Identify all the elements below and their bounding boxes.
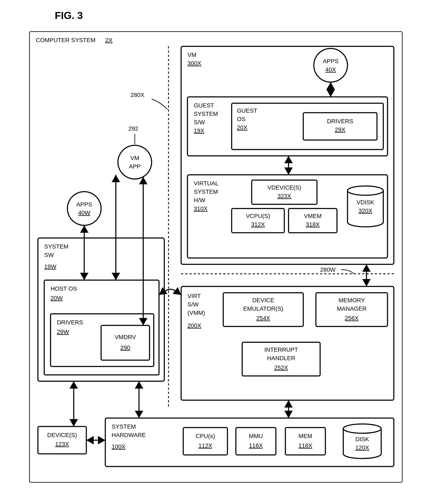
callout-280w: 280W bbox=[320, 266, 336, 273]
vmem-ref: 318X bbox=[306, 221, 320, 228]
inthand-l1: INTERRUPT bbox=[264, 346, 298, 353]
apps-40w-label: APPS bbox=[76, 201, 92, 208]
syssw-l2: SW bbox=[44, 252, 54, 258]
guest-system-l2: SYSTEM bbox=[194, 111, 218, 117]
syshw-l2: HARDWARE bbox=[112, 432, 146, 438]
cpus-label: CPU(s) bbox=[196, 433, 215, 439]
vmem-box bbox=[289, 208, 337, 233]
drivers29w-ref: 29W bbox=[57, 329, 69, 335]
memmgr-l2: MANAGER bbox=[337, 305, 367, 312]
drivers29w-label: DRIVERS bbox=[57, 319, 83, 326]
virtsw-l1: VIRT bbox=[188, 293, 201, 299]
callout-280x: 280X bbox=[131, 92, 144, 98]
arrow-hostos-vmm bbox=[159, 289, 181, 295]
computer-system-label: COMPUTER SYSTEM bbox=[36, 37, 95, 43]
virtual-system-l3: H/W bbox=[194, 197, 205, 203]
syshw-ref: 100X bbox=[112, 443, 126, 450]
syssw-ref: 19W bbox=[44, 263, 56, 270]
virtsw-l3: (VMM) bbox=[188, 310, 205, 316]
vmapp-circle bbox=[118, 145, 152, 179]
vmdrv-ref: 290 bbox=[120, 344, 130, 351]
virtual-system-ref: 310X bbox=[194, 205, 208, 212]
virtual-system-l1: VIRTUAL bbox=[194, 180, 219, 187]
disk-label: DISK bbox=[355, 436, 369, 442]
vcpus-label: VCPU(S) bbox=[246, 213, 270, 219]
devemu-l2: EMULATOR(S) bbox=[243, 305, 283, 312]
guest-os-ref: 20X bbox=[237, 124, 247, 131]
hostos-label: HOST OS bbox=[51, 285, 77, 292]
syshw-l1: SYSTEM bbox=[112, 423, 136, 430]
mmu-ref: 116X bbox=[249, 442, 263, 449]
mem-box bbox=[285, 428, 325, 455]
inthand-ref: 252X bbox=[274, 364, 288, 371]
vdisk-cylinder: VDISK 320X bbox=[348, 186, 383, 227]
cpus-box bbox=[183, 428, 227, 455]
vm-ref: 300X bbox=[188, 60, 201, 67]
virtsw-box bbox=[181, 287, 394, 400]
vmapp-l2: APP bbox=[129, 163, 141, 170]
virtsw-ref: 200X bbox=[188, 322, 201, 329]
drivers-29x-label: DRIVERS bbox=[327, 118, 353, 125]
guest-system-l1: GUEST bbox=[194, 102, 214, 109]
devemu-l1: DEVICE bbox=[252, 297, 274, 304]
callout-280w-leader bbox=[341, 270, 354, 274]
inthand-l2: HANDLER bbox=[267, 355, 295, 361]
vcpus-box bbox=[232, 208, 284, 233]
syssw-l1: SYSTEM bbox=[44, 243, 68, 250]
guest-system-l3: S/W bbox=[194, 119, 205, 126]
vmem-label: VMEM bbox=[304, 213, 322, 219]
apps-40x-ref: 40X bbox=[325, 66, 336, 73]
guest-system-ref: 19X bbox=[194, 127, 204, 134]
guest-os-l2: OS bbox=[237, 116, 245, 122]
mem-ref: 118X bbox=[298, 442, 312, 449]
svg-point-0 bbox=[348, 186, 383, 195]
memmgr-l1: MEMORY bbox=[338, 297, 365, 304]
vdevices-ref: 323X bbox=[277, 193, 291, 199]
apps-40w-ref: 40W bbox=[78, 210, 90, 216]
svg-point-1 bbox=[343, 424, 381, 433]
mmu-label: MMU bbox=[249, 433, 263, 439]
devices-ref: 123X bbox=[55, 441, 69, 447]
hostos-ref: 20W bbox=[51, 295, 63, 301]
devices-label: DEVICE(S) bbox=[47, 432, 77, 438]
callout-280x-leader bbox=[152, 99, 167, 109]
vdisk-ref: 320X bbox=[359, 207, 372, 214]
apps-40w-circle bbox=[67, 192, 101, 225]
vm-label: VM bbox=[188, 52, 196, 58]
disk-ref: 120X bbox=[355, 444, 369, 451]
memmgr-ref: 256X bbox=[345, 315, 359, 321]
mem-label: MEM bbox=[298, 433, 312, 439]
vmapp-l1: VM bbox=[130, 155, 139, 161]
guest-system-box bbox=[188, 97, 388, 156]
figure-title: FIG. 3 bbox=[55, 10, 83, 21]
vmdrv-box bbox=[101, 325, 150, 360]
mmu-box bbox=[236, 428, 276, 455]
cpus-ref: 112X bbox=[198, 442, 212, 449]
devices-box bbox=[38, 426, 86, 454]
drivers-29x-ref: 29X bbox=[335, 126, 345, 133]
vcpus-ref: 312X bbox=[251, 221, 265, 228]
computer-system-box bbox=[29, 32, 402, 482]
disk-cylinder: DISK 120X bbox=[343, 424, 381, 459]
apps-40x-circle bbox=[314, 48, 348, 82]
virtual-system-l2: SYSTEM bbox=[194, 189, 218, 195]
guest-os-l1: GUEST bbox=[237, 108, 257, 114]
vdisk-label: VDISK bbox=[357, 199, 374, 206]
callout-292: 292 bbox=[128, 125, 138, 132]
vdevices-label: VDEVICE(S) bbox=[268, 184, 301, 191]
virtsw-l2: S/W bbox=[188, 301, 198, 308]
vdevices-box bbox=[252, 180, 317, 204]
computer-system-ref: 2X bbox=[105, 37, 113, 43]
vmdrv-label: VMDRV bbox=[115, 334, 136, 340]
devemu-ref: 254X bbox=[256, 315, 270, 321]
apps-40x-label: APPS bbox=[323, 58, 339, 64]
